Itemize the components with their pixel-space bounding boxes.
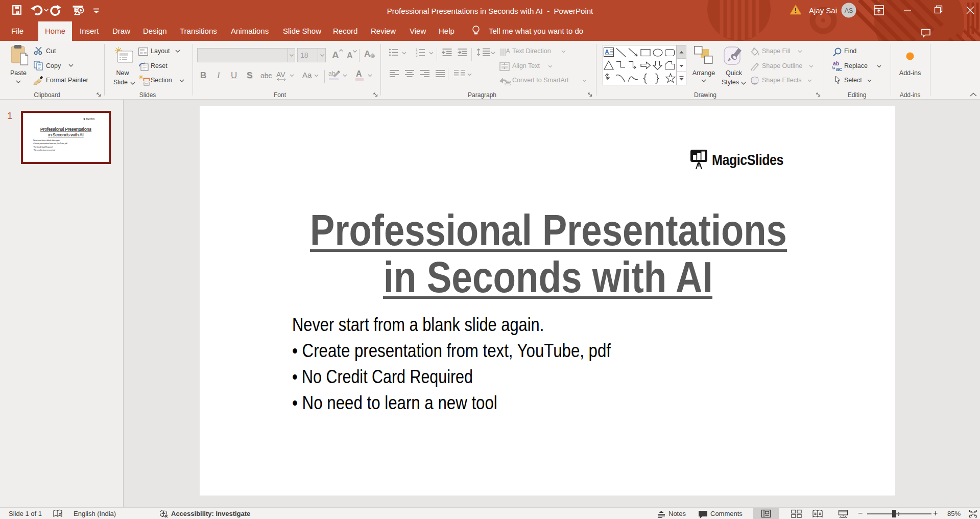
svg-text:• No Credit Card Required: • No Credit Card Required [33, 146, 53, 148]
svg-text:MagicSlides: MagicSlides [86, 118, 95, 120]
svg-text:A: A [506, 48, 510, 54]
svg-text:in Seconds with AI: in Seconds with AI [48, 132, 83, 137]
svg-text:ac: ac [836, 66, 842, 72]
svg-text:A: A [605, 49, 609, 55]
svg-text:Professional Presentations: Professional Presentations [40, 127, 92, 132]
svg-text:• Create presentation from tex: • Create presentation from text, YouTube… [33, 142, 68, 145]
svg-text:• No need to learn a new tool: • No need to learn a new tool [33, 149, 56, 151]
svg-text:Never start from a blank slide: Never start from a blank slide again. [33, 139, 60, 141]
svg-text:3: 3 [416, 54, 418, 57]
